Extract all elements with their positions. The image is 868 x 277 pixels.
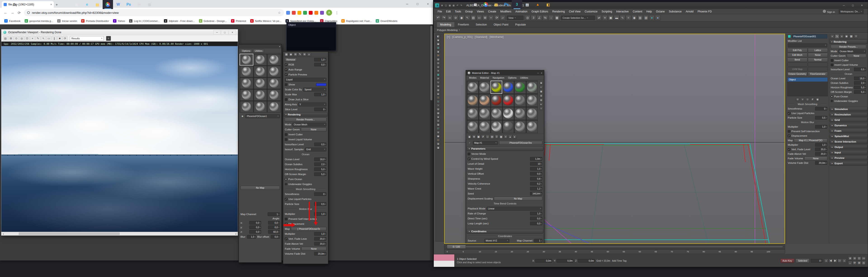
stop-render-icon[interactable]: ■ bbox=[57, 36, 62, 41]
prevent-self-intersection-row[interactable]: Prevent Self Intersection bbox=[786, 129, 829, 133]
redo-scene-icon[interactable]: ↷ bbox=[460, 4, 463, 7]
vert-fade-level-checkbox[interactable]: ✓ bbox=[788, 148, 790, 151]
rollout-preview[interactable]: ►Preview bbox=[830, 156, 867, 160]
time-slider[interactable]: 0 / 100 bbox=[444, 244, 785, 249]
docked-tool-icon[interactable]: ≡ bbox=[436, 100, 440, 103]
bookmark-log-in-coicommer[interactable]: LLog In | COICommer... bbox=[127, 18, 162, 24]
rollout-scene-interaction[interactable]: ►Scene Interaction bbox=[830, 140, 867, 144]
pure-ocean-row[interactable]: Pure Ocean bbox=[829, 94, 868, 99]
extension-icon-6[interactable] bbox=[320, 11, 324, 15]
go-to-end-icon[interactable]: » bbox=[842, 259, 846, 263]
ocean-subdivs-row[interactable]: Ocean Subdivs2,0▴▾ bbox=[283, 162, 328, 167]
rendering-row[interactable]: ▾Rendering bbox=[284, 112, 328, 117]
isosurf-sampler-row[interactable]: Isosurf. SamplerGrid▾ bbox=[283, 147, 328, 152]
material-slot[interactable] bbox=[467, 107, 478, 120]
viewport-label-part[interactable]: [Wireframe] bbox=[489, 35, 503, 39]
vert-fade-leve-row[interactable]: ✓Vert. Fade Leve20,0▴▾ bbox=[283, 236, 328, 241]
off-screen-margin-row[interactable]: Off-Screen Margin5,0▴▾ bbox=[283, 172, 328, 177]
source-dropdown[interactable]: World XYZ▾ bbox=[485, 239, 509, 243]
scale-color-by-dropdown[interactable]: Speed▾ bbox=[303, 88, 327, 92]
material-options-icon[interactable]: ⌗ bbox=[539, 107, 543, 110]
me-menu-material[interactable]: Material bbox=[478, 76, 491, 79]
material-slot[interactable] bbox=[240, 77, 253, 89]
extension-icon-1[interactable] bbox=[292, 11, 296, 15]
material-slot[interactable] bbox=[267, 89, 281, 101]
material-slot[interactable] bbox=[267, 54, 281, 65]
back-icon[interactable]: ← bbox=[2, 9, 9, 16]
angle-snap-icon[interactable]: ∠ bbox=[537, 15, 542, 21]
modify-tab-icon[interactable]: ∿ bbox=[835, 34, 839, 38]
auto-range-checkbox[interactable]: ✓ bbox=[285, 68, 287, 71]
maximize-icon[interactable]: □ bbox=[221, 30, 228, 35]
docked-tool-icon[interactable]: ⊖ bbox=[436, 131, 440, 134]
zoom-all-icon[interactable]: ⊖ bbox=[852, 256, 857, 260]
slice-level-row[interactable]: Slice Level0▴▾ bbox=[283, 107, 328, 112]
material-slot[interactable] bbox=[491, 120, 502, 133]
docked-tool-icon[interactable]: ▧ bbox=[436, 112, 440, 115]
isosurface-level-value[interactable]: 0,5▴▾ bbox=[314, 143, 327, 146]
hierarchy-tab-icon[interactable]: ≡ bbox=[840, 34, 844, 38]
material-slot[interactable] bbox=[502, 120, 514, 133]
none-button[interactable]: None bbox=[301, 247, 327, 251]
modifier-button-empty[interactable] bbox=[808, 67, 828, 71]
taskbar-app-chrome[interactable] bbox=[480, 0, 491, 9]
horizon-roughness-value[interactable]: 5,0▴▾ bbox=[854, 86, 866, 89]
underwater-goggles-radio[interactable] bbox=[831, 100, 833, 102]
menu-graph-editors[interactable]: Graph Editors bbox=[529, 10, 550, 13]
modifier-button-edit-mesh[interactable]: Edit Mesh bbox=[787, 53, 807, 57]
fade-volume-row[interactable]: Fade VolumeNone bbox=[786, 156, 829, 161]
along-axis-dropdown[interactable]: Y▾ bbox=[298, 102, 327, 106]
docked-tool-icon[interactable]: ▦ bbox=[436, 42, 440, 45]
control-by-wind-speed-value[interactable]: 1,0m▴▾ bbox=[530, 157, 542, 161]
orbit-icon[interactable]: ⟳ bbox=[852, 261, 857, 265]
next-frame-icon[interactable]: ▷ bbox=[838, 259, 842, 263]
docked-tool-icon[interactable]: ⊟ bbox=[436, 107, 440, 111]
restart-render-icon[interactable]: ⟳ bbox=[63, 36, 68, 41]
vert-fade-leve-value[interactable]: 20,0▴▾ bbox=[314, 237, 327, 241]
new-scene-icon[interactable]: ▢ bbox=[444, 4, 447, 7]
map-1-phoenixfdo-button[interactable]: Map #1 ( PhoenixFDO bbox=[794, 138, 827, 142]
bookmark-pinterest[interactable]: PPinterest bbox=[229, 18, 248, 24]
docked-tool-icon[interactable]: ✦ bbox=[436, 69, 440, 72]
particle-preview-row[interactable]: ✓Particle Preview bbox=[283, 72, 328, 77]
menu-tools[interactable]: Tools bbox=[453, 10, 463, 13]
me-map-channel-value[interactable]: 1▴▾ bbox=[534, 239, 542, 242]
menu-animation[interactable]: Animation bbox=[513, 10, 529, 13]
off-screen-margin-value[interactable]: 5,0▴▾ bbox=[314, 173, 327, 176]
docked-tool-icon[interactable]: ▥ bbox=[436, 88, 440, 92]
docked-tool-icon[interactable]: ⌗ bbox=[436, 96, 440, 99]
extension-icon-4[interactable] bbox=[309, 11, 313, 15]
time-slider-thumb[interactable]: 0 / 100 bbox=[447, 245, 466, 249]
menu-group[interactable]: Group bbox=[463, 10, 475, 13]
minimize-icon[interactable]: ─ bbox=[213, 30, 221, 35]
use-liquid-particles-checkbox[interactable]: ✓ bbox=[285, 198, 287, 201]
select-and-link-icon[interactable]: ∞ bbox=[447, 15, 453, 21]
minimize-icon[interactable]: ─ bbox=[402, 0, 412, 8]
reload-icon[interactable]: ⟳ bbox=[16, 9, 23, 16]
address-bar[interactable]: ☆ bbox=[24, 9, 284, 16]
taskbar-app-vlc[interactable]: ▲ bbox=[532, 0, 543, 9]
docked-tool-icon[interactable]: ▨ bbox=[436, 123, 440, 126]
taskbar-app-photoshop[interactable]: Ps bbox=[501, 0, 512, 9]
material-slot[interactable] bbox=[514, 107, 526, 120]
horizon-roughness-row[interactable]: Horizon Roughness5,0▴▾ bbox=[283, 167, 328, 172]
control-by-wind-speed-row[interactable]: ✓Control by Wind Speed1,0m▴▾ bbox=[466, 156, 544, 161]
taskbar-app-start[interactable]: ⊞ bbox=[470, 0, 480, 9]
go-forward-icon[interactable]: ▸ bbox=[513, 135, 517, 139]
blur-value[interactable]: 1,0▴▾ bbox=[247, 235, 256, 239]
remove-value[interactable]: 1,0▴▾ bbox=[314, 58, 327, 61]
spinner-snap-icon[interactable]: ↕ bbox=[548, 15, 554, 21]
bookmark-facebook[interactable]: fFacebook bbox=[2, 18, 23, 24]
material-slot[interactable] bbox=[267, 77, 281, 89]
open-file-icon[interactable]: ▤ bbox=[448, 4, 452, 7]
show-end-result-icon[interactable]: ≡ bbox=[801, 98, 804, 101]
map-channel-value[interactable]: 1▴▾ bbox=[268, 212, 280, 216]
pick-object-icon[interactable]: ↖ bbox=[41, 36, 46, 41]
show-color-swatch[interactable] bbox=[316, 83, 327, 86]
zoom-icon[interactable]: ⊕ bbox=[848, 256, 852, 260]
prevent-self-intersection-checkbox[interactable] bbox=[285, 218, 287, 220]
modifier-button-empty[interactable] bbox=[808, 62, 828, 67]
scale-max-value[interactable]: 1,0▴▾ bbox=[314, 93, 327, 96]
axis-row-y[interactable]: y:0,0▴▾0,0▴▾ bbox=[239, 225, 281, 229]
multiplier-row[interactable]: Multiplier1,0▴▾ bbox=[786, 124, 829, 129]
